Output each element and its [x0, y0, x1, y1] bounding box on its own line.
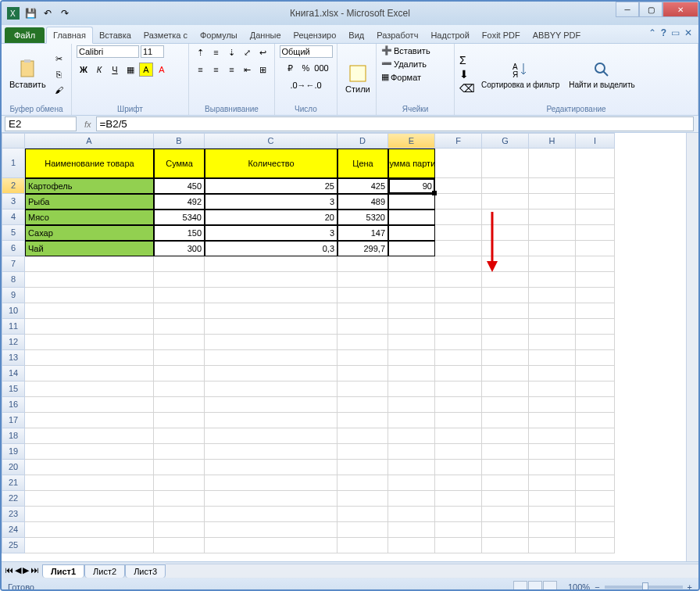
cell[interactable] [482, 194, 529, 210]
cell[interactable] [154, 319, 205, 335]
column-header[interactable]: E [388, 133, 435, 149]
row-header[interactable]: 6 [2, 241, 25, 256]
cell[interactable] [435, 272, 482, 288]
minimize-button[interactable]: ─ [616, 2, 639, 17]
cell[interactable] [338, 475, 388, 491]
cell[interactable] [435, 507, 482, 522]
close-workbook-icon[interactable]: ✕ [684, 27, 692, 38]
cut-icon[interactable]: ✂ [52, 52, 66, 66]
cell[interactable] [25, 256, 154, 272]
cell[interactable] [576, 288, 615, 303]
currency-icon[interactable]: ₽ [284, 61, 298, 75]
cell[interactable] [576, 413, 615, 428]
cell[interactable] [529, 194, 576, 210]
align-top-icon[interactable]: ⇡ [194, 45, 208, 59]
cell[interactable] [154, 491, 205, 507]
column-header[interactable]: C [205, 133, 338, 149]
cell[interactable] [338, 538, 388, 553]
data-cell[interactable]: 5320 [338, 210, 388, 225]
merge-icon[interactable]: ⊞ [256, 63, 270, 77]
cell[interactable] [388, 538, 435, 553]
increase-decimal-icon[interactable]: .0→ [291, 78, 305, 92]
cell[interactable] [388, 507, 435, 522]
data-cell[interactable]: 20 [205, 210, 338, 225]
header-cell[interactable]: Цена [338, 149, 388, 178]
cell[interactable] [576, 491, 615, 507]
cell[interactable] [205, 413, 338, 428]
data-cell[interactable] [388, 210, 435, 225]
cell[interactable] [154, 397, 205, 413]
cell[interactable] [25, 413, 154, 428]
cell[interactable] [25, 381, 154, 397]
row-header[interactable]: 16 [2, 397, 25, 413]
cell[interactable] [205, 335, 338, 350]
sort-filter-button[interactable]: AЯ Сортировка и фильтр [478, 59, 562, 91]
cell[interactable] [205, 288, 338, 303]
cell[interactable] [25, 303, 154, 319]
cell[interactable] [482, 381, 529, 397]
cell[interactable] [529, 178, 576, 194]
column-header[interactable]: F [435, 133, 482, 149]
row-header[interactable]: 18 [2, 428, 25, 444]
font-name-select[interactable] [77, 45, 139, 58]
cell[interactable] [154, 428, 205, 444]
cell[interactable] [25, 460, 154, 475]
cell[interactable] [205, 397, 338, 413]
column-header[interactable]: H [529, 133, 576, 149]
cell[interactable] [338, 303, 388, 319]
cell[interactable] [205, 428, 338, 444]
cell[interactable] [482, 366, 529, 381]
row-header[interactable]: 19 [2, 444, 25, 460]
cell[interactable] [482, 288, 529, 303]
cell[interactable] [576, 428, 615, 444]
row-header[interactable]: 15 [2, 381, 25, 397]
cell[interactable] [205, 303, 338, 319]
undo-icon[interactable]: ↶ [41, 6, 55, 20]
cell[interactable] [529, 149, 576, 178]
cell[interactable] [576, 319, 615, 335]
clear-icon[interactable]: ⌫ [459, 82, 475, 95]
bold-button[interactable]: Ж [77, 63, 91, 77]
cell[interactable] [388, 381, 435, 397]
spreadsheet-grid[interactable]: ABCDEFGHI 123456789101112131415161718192… [2, 133, 698, 561]
cell[interactable] [25, 288, 154, 303]
cell[interactable] [576, 366, 615, 381]
cell[interactable] [338, 256, 388, 272]
sheet-nav-prev-icon[interactable]: ◀ [15, 565, 21, 575]
cell[interactable] [482, 444, 529, 460]
row-header[interactable]: 25 [2, 538, 25, 553]
cell[interactable] [205, 538, 338, 553]
cell[interactable] [482, 428, 529, 444]
cell[interactable] [529, 538, 576, 553]
product-name-cell[interactable]: Картофель [25, 178, 154, 194]
cell[interactable] [529, 241, 576, 256]
product-name-cell[interactable]: Чай [25, 241, 154, 256]
tab-layout[interactable]: Разметка с [138, 27, 194, 43]
data-cell[interactable]: 5340 [154, 210, 205, 225]
cell[interactable] [154, 475, 205, 491]
cell[interactable] [482, 397, 529, 413]
column-header[interactable]: A [25, 133, 154, 149]
tab-home[interactable]: Главная [46, 27, 93, 44]
decrease-indent-icon[interactable]: ⇤ [241, 63, 255, 77]
cell[interactable] [529, 366, 576, 381]
row-header[interactable]: 2 [2, 178, 25, 194]
cell[interactable] [529, 272, 576, 288]
cell[interactable] [482, 319, 529, 335]
cell[interactable] [482, 210, 529, 225]
cell[interactable] [435, 397, 482, 413]
cell[interactable] [388, 460, 435, 475]
tab-addins[interactable]: Надстрой [424, 27, 475, 43]
minimize-ribbon-icon[interactable]: ⌃ [648, 27, 656, 38]
restore-window-icon[interactable]: ▭ [671, 27, 680, 38]
sheet-tab[interactable]: Лист1 [42, 564, 84, 578]
cell[interactable] [576, 522, 615, 538]
column-header[interactable]: G [482, 133, 529, 149]
sheet-tab[interactable]: Лист3 [125, 564, 166, 578]
cell[interactable] [529, 288, 576, 303]
cell[interactable] [25, 444, 154, 460]
wrap-text-icon[interactable]: ↩ [256, 45, 270, 59]
cell[interactable] [435, 444, 482, 460]
cell[interactable] [482, 178, 529, 194]
cell[interactable] [482, 272, 529, 288]
